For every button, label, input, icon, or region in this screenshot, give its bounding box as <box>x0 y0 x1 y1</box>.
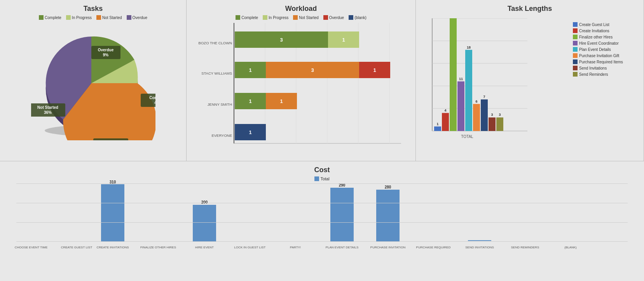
svg-text:LOCK IN GUEST LIST: LOCK IN GUEST LIST <box>234 246 266 249</box>
workload-legend: Complete In Progress Not Started Overdue… <box>191 15 411 20</box>
workload-chart: BOZO THE CLOWN 3 1 STACY WILLIAMS 1 3 1 … <box>195 23 405 151</box>
svg-text:3: 3 <box>280 37 283 43</box>
tasklengths-panel: Task Lengths <box>416 0 644 161</box>
svg-text:7: 7 <box>483 95 485 99</box>
cost-bar-createinv <box>101 184 124 242</box>
svg-text:1: 1 <box>249 67 251 73</box>
wl-label-stacy: STACY WILLIAMS <box>201 71 232 75</box>
tl-bar-createinv <box>442 113 449 131</box>
svg-text:290: 290 <box>339 183 346 187</box>
tl-bar-finalize <box>450 18 457 131</box>
wl-label-jenny: JENNY SMITH <box>208 102 232 106</box>
svg-text:280: 280 <box>385 185 391 189</box>
legend-color-overdue <box>127 15 131 20</box>
pie-label-complete: Complete 46% <box>141 94 155 107</box>
legend-label-overdue: Overdue <box>133 16 147 20</box>
cost-svg: 310 200 290 280 CHOOSE EVENT TIM <box>16 183 628 250</box>
svg-text:36%: 36% <box>44 110 51 115</box>
cost-title: Cost <box>5 166 639 174</box>
workload-panel: Workload Complete In Progress Not Starte… <box>187 0 416 161</box>
legend-inprogress: In Progress <box>66 15 92 20</box>
svg-text:Overdue: Overdue <box>98 48 113 52</box>
svg-text:PURCHASE REQUIRED: PURCHASE REQUIRED <box>416 246 451 249</box>
wl-label-everyone: EVERYONE <box>211 133 232 138</box>
legend-label-notstarted: Not Started <box>102 16 122 20</box>
cost-panel: Cost Total <box>0 161 644 281</box>
svg-text:CHOOSE EVENT TIME: CHOOSE EVENT TIME <box>15 246 48 249</box>
svg-text:(BLANK): (BLANK) <box>564 246 577 249</box>
legend-overdue: Overdue <box>127 15 147 20</box>
tl-bar-plan <box>465 50 472 131</box>
svg-text:11: 11 <box>459 77 463 81</box>
pie-chart-container: Complete 46% In Progress 9% Not Started … <box>5 24 182 140</box>
cost-bar-sendinv <box>468 240 491 241</box>
workload-title: Workload <box>191 5 411 13</box>
svg-text:3: 3 <box>491 113 493 117</box>
tasklengths-legend: Create Guest List Create Invitations Fin… <box>573 18 639 155</box>
svg-text:CREATE INVITATIONS: CREATE INVITATIONS <box>96 246 129 249</box>
svg-text:18: 18 <box>467 45 471 49</box>
svg-text:Not Started: Not Started <box>37 105 58 110</box>
cost-bar-hireevent <box>193 205 216 242</box>
svg-text:SEND REMINDERS: SEND REMINDERS <box>511 246 539 249</box>
svg-text:HIRE EVENT: HIRE EVENT <box>195 246 214 249</box>
tasklengths-title: Task Lengths <box>421 5 639 13</box>
pie-label-inprogress: In Progress 9% <box>93 138 128 140</box>
tl-bar-purchinv <box>473 104 480 131</box>
svg-text:1: 1 <box>342 37 345 43</box>
svg-text:6: 6 <box>475 99 477 103</box>
svg-text:FINALIZE OTHER HIRES: FINALIZE OTHER HIRES <box>140 246 176 249</box>
svg-text:PURCHASE INVITATION: PURCHASE INVITATION <box>370 246 406 249</box>
svg-text:9%: 9% <box>103 53 108 57</box>
pie-chart: Complete 46% In Progress 9% Not Started … <box>31 24 155 140</box>
top-row: Tasks Complete In Progress Not Started O… <box>0 0 644 161</box>
legend-label-inprogress: In Progress <box>72 16 92 20</box>
svg-text:1: 1 <box>436 122 438 126</box>
tl-x-label: TOTAL <box>461 134 473 139</box>
svg-text:Complete: Complete <box>149 96 155 100</box>
cost-bar-purchinv <box>376 190 400 241</box>
dashboard: Tasks Complete In Progress Not Started O… <box>0 0 644 281</box>
svg-text:CREATE GUEST LIST: CREATE GUEST LIST <box>61 246 92 249</box>
svg-text:4: 4 <box>444 108 446 112</box>
legend-complete: Complete <box>39 15 61 20</box>
tl-bar-sendrem <box>496 117 503 131</box>
svg-text:310: 310 <box>110 180 116 184</box>
cost-legend: Total <box>5 176 639 181</box>
wl-label-bozo: BOZO THE CLOWN <box>199 41 232 45</box>
tl-bar-sendinv <box>489 117 496 131</box>
svg-text:3: 3 <box>311 67 314 73</box>
svg-text:46%: 46% <box>154 101 155 105</box>
legend-color-notstarted <box>96 15 101 20</box>
tl-bar-createguest <box>434 126 441 131</box>
tasklengths-chart: 1 4 25 11 18 <box>421 18 529 150</box>
tl-bar-purchreq <box>481 99 488 131</box>
svg-text:1: 1 <box>373 67 376 73</box>
svg-text:1: 1 <box>249 129 251 135</box>
legend-notstarted: Not Started <box>96 15 122 20</box>
svg-text:3: 3 <box>499 113 501 117</box>
svg-text:SEND INVITATIONS: SEND INVITATIONS <box>465 246 494 249</box>
legend-color-complete <box>39 15 44 20</box>
svg-text:1: 1 <box>249 98 251 104</box>
pie-label-overdue: Overdue 9% <box>91 46 120 59</box>
legend-label-complete: Complete <box>45 16 61 20</box>
svg-text:PARTY!: PARTY! <box>290 246 301 249</box>
tasks-legend: Complete In Progress Not Started Overdue <box>5 15 182 20</box>
svg-text:PLAN EVENT DETAILS: PLAN EVENT DETAILS <box>326 246 359 249</box>
svg-text:1: 1 <box>280 98 283 104</box>
cost-chart: 310 200 290 280 CHOOSE EVENT TIM <box>5 183 639 250</box>
pie-label-notstarted: Not Started 36% <box>31 103 65 117</box>
legend-color-inprogress <box>66 15 71 20</box>
svg-text:200: 200 <box>201 200 208 204</box>
tl-bar-hire <box>457 81 464 131</box>
tasks-title: Tasks <box>5 5 182 13</box>
tasks-panel: Tasks Complete In Progress Not Started O… <box>0 0 187 161</box>
cost-bar-plan <box>330 188 354 241</box>
